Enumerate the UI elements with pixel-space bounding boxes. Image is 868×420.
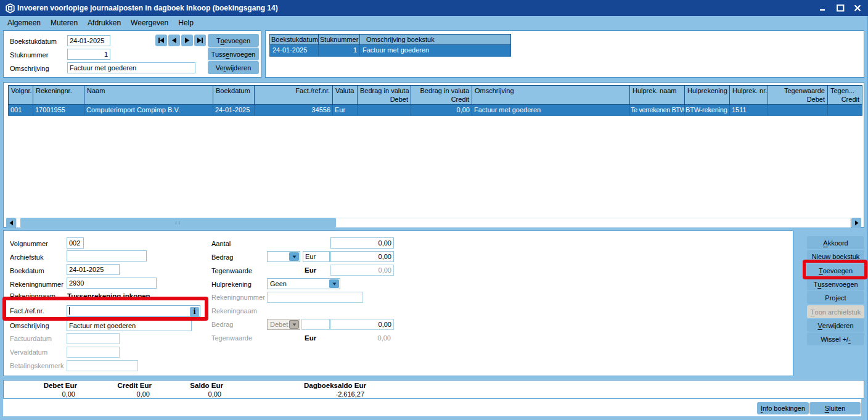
tegenwaarde-label: Tegenwaarde [211, 265, 252, 276]
omschrijving-label: Omschrijving [10, 63, 49, 74]
column-header[interactable]: TegenwaardeDebet [768, 85, 827, 105]
window-controls [819, 0, 862, 16]
verwijderen-regel-button[interactable]: Verwijderen [807, 319, 864, 332]
volgnummer-input[interactable]: 002 [67, 237, 84, 249]
cell-boekdatum: 24-01-2025 [213, 105, 254, 115]
project-button[interactable]: Project [807, 291, 864, 304]
column-header[interactable]: Tegen...Credit [827, 85, 862, 105]
column-header-label: Bedrag in valuta [360, 86, 408, 95]
app-icon [5, 3, 15, 14]
summary-panel: Debet Eur 0,00 Credit Eur 0,00 Saldo Eur… [3, 380, 864, 398]
menu-afdrukken[interactable]: Afdrukken [83, 16, 126, 30]
toevoegen-button[interactable]: Toevoegen [208, 34, 259, 47]
column-header-label: Rekeningnr. [36, 86, 81, 95]
summary-label: Saldo Eur [162, 382, 223, 390]
rekeningnummer-input[interactable]: 2930 [67, 278, 157, 289]
tussenvoegen-regel-button[interactable]: Tussenvoegen [807, 278, 864, 290]
dropdown-arrow-icon[interactable] [329, 279, 339, 288]
bedrag-valuta-select[interactable] [267, 251, 300, 262]
column-header-label: Omschrijving [475, 86, 627, 95]
previous-record-button[interactable] [168, 35, 180, 46]
dropdown-arrow-icon [289, 320, 299, 329]
column-header[interactable]: Volgnr. [8, 85, 33, 105]
close-button[interactable] [853, 4, 862, 12]
summary-label: Credit Eur [90, 382, 152, 390]
betalingskenmerk-input[interactable] [67, 360, 138, 371]
journal-grid: Volgnr. Rekeningnr. Naam Boekdatum Fact.… [8, 85, 862, 116]
column-header[interactable]: Stuknummer [318, 34, 359, 45]
cell-bedrag-debet [357, 105, 411, 115]
stuknummer-input[interactable]: 1 [67, 49, 110, 60]
omschrijving-detail-input[interactable]: Factuur met goederen [67, 320, 192, 331]
tegenwaarde2-label: Tegenwaarde [211, 332, 252, 344]
toon-archiefstuk-button[interactable]: Toon archiefstuk [807, 305, 864, 318]
minimize-button[interactable] [819, 4, 827, 12]
menu-weergeven[interactable]: Weergeven [126, 16, 173, 30]
column-header[interactable]: Omschrijving [472, 85, 629, 105]
cell-tegenwaarde-debet [768, 105, 827, 115]
column-header[interactable]: Valuta [332, 85, 357, 105]
journal-row-selected[interactable]: 001 17001955 Computerimport Compimp B.V.… [8, 105, 862, 116]
tussenvoegen-button[interactable]: Tussenvoegen [208, 47, 259, 60]
maximize-button[interactable] [836, 4, 845, 12]
betalingskenmerk-label: Betalingskenmerk [10, 360, 63, 371]
last-record-button[interactable] [194, 35, 206, 46]
aantal-input[interactable]: 0,00 [330, 237, 394, 249]
scroll-left-button[interactable] [6, 218, 16, 228]
cell-factrefnr: 34556 [254, 105, 332, 115]
akkoord-button[interactable]: Akkoord [807, 236, 864, 249]
stuknummer-label: Stuknummer [10, 49, 48, 60]
scroll-right-icon [854, 220, 859, 226]
omschrijving-input[interactable]: Factuur met goederen [67, 62, 195, 73]
scroll-right-button[interactable] [851, 218, 861, 228]
maximize-icon [837, 4, 845, 12]
column-header-label: Bedrag in valuta [414, 86, 469, 95]
boekstukdatum-input[interactable]: 24-01-2025 [67, 35, 110, 46]
vervaldatum-input[interactable] [67, 347, 120, 358]
bedrag-currency-box: Eur [303, 251, 330, 262]
tegenwaarde-input: 0,00 [330, 265, 394, 276]
hulprekening-select[interactable]: Geen [267, 278, 340, 289]
next-record-button[interactable] [181, 35, 193, 46]
verwijderen-button[interactable]: Verwijderen [208, 61, 259, 74]
boekstuk-row-selected[interactable]: 24-01-2025 1 Factuur met goederen [269, 45, 511, 57]
column-header[interactable]: Fact./ref.nr. [254, 85, 332, 105]
column-header[interactable]: Naam [84, 85, 213, 105]
column-header[interactable]: Rekeningnr. [33, 85, 84, 105]
first-record-button[interactable] [155, 35, 167, 46]
column-header[interactable]: Boekdatum [213, 85, 254, 105]
boekstuk-header-panel: Boekstukdatum Stuknummer Omschrijving 24… [3, 30, 261, 78]
menu-algemeen[interactable]: Algemeen [2, 16, 46, 30]
factuurdatum-input[interactable] [67, 333, 120, 344]
menu-help[interactable]: Help [173, 16, 199, 30]
column-header[interactable]: Omschrijving boekstuk [359, 34, 511, 45]
column-header[interactable]: Hulprekening [684, 85, 729, 105]
titlebar: Invoeren voorlopige journaalposten in da… [0, 0, 868, 16]
rekeningnummer2-input[interactable] [267, 292, 363, 303]
column-header-label: Hulprek. nr. [732, 86, 765, 95]
column-header[interactable]: Bedrag in valutaCredit [411, 85, 472, 105]
bedrag-label: Bedrag [211, 252, 233, 263]
menu-muteren[interactable]: Muteren [46, 16, 83, 30]
summary-saldo: Saldo Eur 0,00 [162, 382, 223, 398]
scrollbar-thumb[interactable] [20, 218, 336, 228]
column-header[interactable]: Hulprek. nr. [729, 85, 768, 105]
omschrijving-detail-label: Omschrijving [10, 320, 49, 331]
sluiten-button[interactable]: Sluiten [809, 402, 861, 414]
archiefstuk-input[interactable] [67, 250, 147, 261]
column-header[interactable]: Bedrag in valutaDebet [357, 85, 411, 105]
app-window: Invoeren voorlopige journaalposten in da… [0, 0, 868, 420]
volgnummer-label: Volgnummer [10, 238, 48, 249]
bedrag-input[interactable]: 0,00 [330, 251, 394, 262]
thumb-grip-icon [176, 221, 179, 224]
wissel-button[interactable]: Wissel +/- [807, 332, 864, 345]
bedrag2-select-value: Debet [270, 321, 288, 328]
column-header[interactable]: Hulprek. naam [629, 85, 684, 105]
column-header[interactable]: Boekstukdatum [269, 34, 318, 45]
info-boekingen-button[interactable]: Info boekingen [757, 402, 809, 414]
cell-stuknummer: 1 [318, 45, 359, 56]
rekeningnaam2-label: Rekeningnaam [211, 305, 257, 316]
boekdatum-input[interactable]: 24-01-2025 [67, 264, 120, 275]
footer-strip [3, 399, 861, 416]
dropdown-arrow-icon[interactable] [289, 252, 299, 261]
